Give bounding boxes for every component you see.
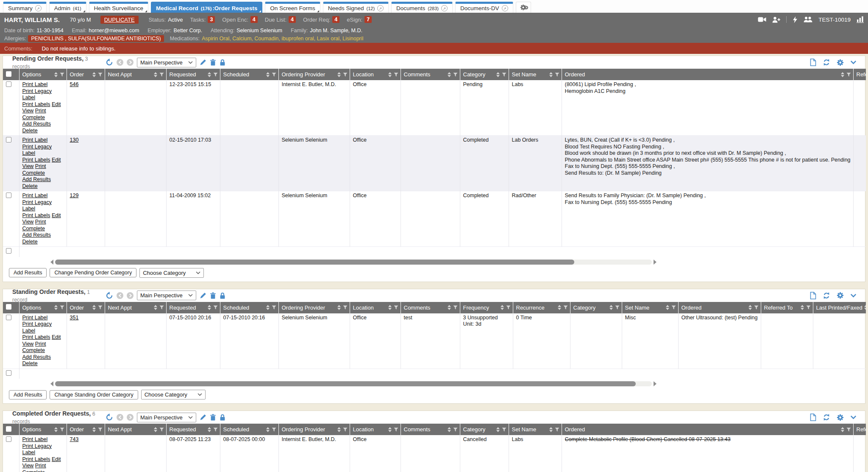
filter-funnel-icon[interactable] [555,427,559,432]
option-link[interactable]: Print [35,463,46,469]
sort-icon[interactable] [388,427,392,432]
column-header-select[interactable] [3,424,19,435]
chevron-right-circle-icon[interactable] [127,414,134,421]
row-checkbox[interactable] [6,370,11,376]
filter-funnel-icon[interactable] [343,73,348,77]
column-header-options[interactable]: Options [19,69,67,80]
column-header-next_appt[interactable]: Next Appt [105,424,166,435]
counter-badge[interactable]: 4 [332,16,339,23]
filter-funnel-icon[interactable] [806,305,811,310]
filter-funnel-icon[interactable] [98,427,103,432]
select-all-checkbox[interactable] [6,71,11,77]
filter-funnel-icon[interactable] [555,73,559,77]
filter-funnel-icon[interactable] [846,427,851,432]
sort-icon[interactable] [496,72,500,77]
column-header-referred_to[interactable]: Referred To [853,69,866,80]
column-header-scheduled[interactable]: Scheduled [220,302,278,313]
sort-icon[interactable] [337,72,341,77]
filter-funnel-icon[interactable] [394,427,398,432]
chevron-left-circle-icon[interactable] [117,414,123,421]
column-header-category[interactable]: Category [570,302,622,313]
tab-medical-record[interactable]: Medical Record(176):Order Requests [151,2,262,13]
sort-icon[interactable] [841,427,844,432]
sort-icon[interactable] [496,427,500,432]
h-scrollbar[interactable] [50,381,865,387]
column-header-ordering_provider[interactable]: Ordering Provider [278,424,350,435]
option-link[interactable]: Print Legacy Label [22,443,52,456]
column-header-comments[interactable]: Comments [401,424,460,435]
row-checkbox[interactable] [6,137,11,142]
order-link[interactable]: 130 [70,137,79,143]
h-scrollbar[interactable] [50,259,865,265]
filter-funnel-icon[interactable] [60,73,64,77]
row-checkbox[interactable] [6,315,11,320]
change-category-button[interactable]: Change Standing Order Category [50,390,138,399]
filter-funnel-icon[interactable] [453,427,458,432]
tab-needs-signed[interactable]: Needs Signed(12)↗ [323,2,389,13]
undo-icon[interactable] [106,292,113,299]
scroll-right-arrow-icon[interactable] [654,260,657,265]
sort-icon[interactable] [92,72,96,77]
option-link[interactable]: Complete [22,469,45,472]
sort-icon[interactable] [54,72,58,77]
option-link[interactable]: Edit [52,456,61,462]
sort-icon[interactable] [388,72,392,77]
scroll-right-arrow-icon[interactable] [654,381,657,386]
chevron-left-circle-icon[interactable] [117,59,123,66]
flash-icon[interactable] [793,16,798,23]
column-header-referred_to[interactable]: Referred To [761,302,813,313]
filter-funnel-icon[interactable] [60,305,64,310]
column-header-set_name[interactable]: Set Name [509,424,562,435]
sort-icon[interactable] [266,305,270,310]
row-checkbox[interactable] [6,193,11,198]
option-link[interactable]: Delete [22,183,38,189]
sort-icon[interactable] [841,72,844,77]
option-link[interactable]: Print [35,108,46,114]
order-link[interactable]: 351 [70,315,79,321]
option-link[interactable]: Complete [22,115,45,120]
filter-funnel-icon[interactable] [453,73,458,77]
sort-icon[interactable] [154,72,157,77]
sort-icon[interactable] [266,427,270,432]
option-link[interactable]: Complete [22,170,45,176]
filter-funnel-icon[interactable] [671,305,676,310]
filter-funnel-icon[interactable] [754,305,759,310]
column-header-set_name[interactable]: Set Name [622,302,678,313]
row-checkbox[interactable] [6,436,11,442]
column-header-options[interactable]: Options [19,302,67,313]
row-checkbox[interactable] [6,81,11,87]
filter-funnel-icon[interactable] [98,73,103,77]
filter-funnel-icon[interactable] [343,305,348,310]
sort-icon[interactable] [501,305,504,310]
option-link[interactable]: Print Label [22,315,48,321]
sort-icon[interactable] [549,427,553,432]
option-link[interactable]: Print [35,341,46,347]
perspective-select[interactable]: Main Perspective [137,290,196,300]
option-link[interactable]: Print Labels [22,334,50,340]
filter-funnel-icon[interactable] [506,305,511,310]
option-link[interactable]: Print Labels [22,157,50,163]
choose-category-select[interactable]: Choose Category [141,390,206,399]
sort-icon[interactable] [154,305,157,310]
add-person-icon[interactable] [772,17,780,23]
column-header-order[interactable]: Order [67,69,105,80]
column-header-last_printed_faxed[interactable]: Last Printed/Faxed [813,302,866,313]
option-link[interactable]: Edit [52,212,61,218]
option-link[interactable]: Print Label [22,81,48,87]
filter-funnel-icon[interactable] [343,427,348,432]
option-link[interactable]: View [22,341,34,347]
sort-icon[interactable] [266,72,270,77]
scrollbar-track[interactable] [55,381,652,386]
sort-icon[interactable] [337,427,341,432]
scrollbar-thumb[interactable] [55,260,574,265]
edit-pencil-icon[interactable] [200,414,206,421]
allergy-badge[interactable]: PENICILLINS , SULFA(SULFONAMIDE ANTIBIOT… [28,35,164,42]
sort-icon[interactable] [388,305,392,310]
option-link[interactable]: Print Legacy Label [22,199,52,212]
option-link[interactable]: Print Legacy Label [22,88,52,101]
sort-icon[interactable] [208,72,211,77]
gear-icon[interactable] [837,59,844,66]
column-header-next_appt[interactable]: Next Appt [105,69,166,80]
column-header-comments[interactable]: Comments [401,302,460,313]
column-header-ordered[interactable]: Ordered [562,69,853,80]
